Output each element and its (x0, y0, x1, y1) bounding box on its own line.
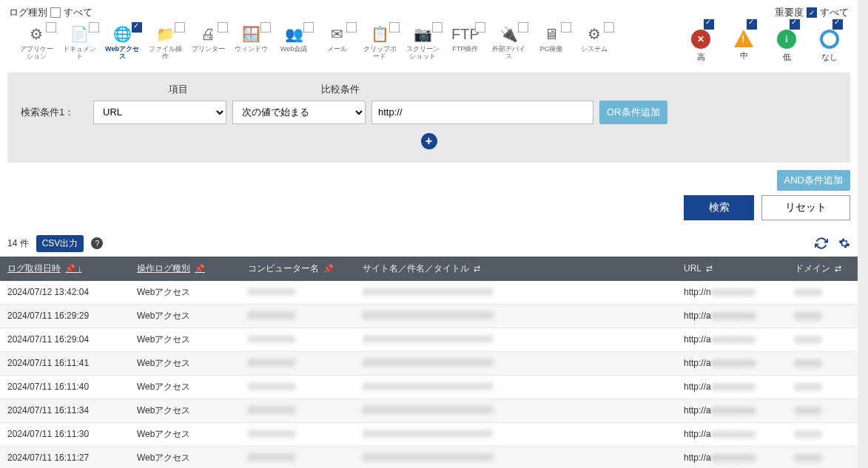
search-cond-select[interactable]: 次の値で始まる (232, 101, 366, 124)
col-kind[interactable]: 操作ログ種別📌 (129, 257, 240, 281)
severity-checkbox[interactable] (747, 19, 757, 30)
log-type-3[interactable]: 📁ファイル操作 (147, 24, 184, 61)
severity-低[interactable]: i低 (772, 22, 801, 63)
col-domain[interactable]: ドメイン⇄ (787, 257, 858, 281)
log-type-all-checkbox[interactable] (50, 7, 61, 18)
table-row[interactable]: 2024/07/11 16:11:41WebアクセスXXXXXXXXXXXXXX… (0, 351, 858, 375)
cell-title: XXXXXXXXXXXXXXXXXXXXXX (355, 446, 676, 468)
add-row-button[interactable]: + (421, 133, 437, 149)
table-row[interactable]: 2024/07/11 16:11:34WebアクセスXXXXXXXXXXXXXX… (0, 399, 858, 422)
severity-checkbox[interactable] (704, 19, 714, 30)
cell-computer: XXXXXXXX (240, 304, 355, 328)
cell-domain: xxxxxx (787, 328, 858, 351)
log-type-label: アプリケーション (18, 46, 55, 61)
cell-url: http://axxxxxxxxxx (676, 328, 787, 351)
table-row[interactable]: 2024/07/11 16:29:04WebアクセスXXXXXXXXXXXXXX… (0, 328, 858, 351)
log-type-10[interactable]: FTPFTP操作 (447, 24, 484, 61)
log-type-11[interactable]: 🔌外部デバイス (490, 24, 527, 61)
col-datetime[interactable]: ログ取得日時📌 ↓ (0, 257, 129, 281)
log-type-4[interactable]: 🖨プリンター (189, 24, 226, 61)
search-row-label: 検索条件1： (21, 106, 87, 119)
log-type-checkbox[interactable] (389, 22, 400, 33)
or-add-button[interactable]: OR条件追加 (599, 101, 667, 124)
cell-kind: Webアクセス (129, 399, 240, 422)
log-type-5[interactable]: 🪟ウィンドウ (232, 24, 269, 61)
table-row[interactable]: 2024/07/12 13:42:04WebアクセスXXXXXXXXXXXXXX… (0, 281, 858, 305)
severity-高[interactable]: ✕高 (686, 22, 716, 63)
log-type-checkbox[interactable] (346, 22, 357, 33)
log-type-label: システム (581, 46, 608, 53)
log-type-8[interactable]: 📋クリップボード (361, 24, 398, 61)
cell-computer: XXXXXXXX (240, 328, 355, 351)
col-computer[interactable]: コンピューター名📌 (240, 257, 355, 281)
table-row[interactable]: 2024/07/11 16:11:27WebアクセスXXXXXXXXXXXXXX… (0, 446, 858, 468)
pin-icon[interactable]: ⇄ (474, 264, 480, 273)
cell-domain: xxxxxx (787, 446, 858, 468)
cell-kind: Webアクセス (129, 304, 240, 328)
help-icon[interactable]: ? (91, 237, 103, 249)
and-add-button[interactable]: AND条件追加 (777, 170, 850, 191)
log-type-13[interactable]: ⚙システム (576, 24, 613, 61)
log-type-7[interactable]: ✉メール (318, 24, 355, 61)
log-type-checkbox[interactable] (46, 22, 56, 33)
col-title[interactable]: サイト名／件名／タイトル⇄ (355, 257, 676, 281)
severity-中[interactable]: !中 (729, 22, 758, 63)
cell-url: http://axxxxxxxxxx (676, 304, 787, 328)
log-type-all[interactable]: ログ種別 すべて (9, 6, 92, 19)
result-count: 14 件 (7, 237, 29, 250)
cell-kind: Webアクセス (129, 328, 240, 351)
refresh-icon[interactable] (815, 237, 828, 250)
pin-icon[interactable]: 📌 ↓ (65, 264, 82, 273)
severity-label: 中 (740, 50, 748, 61)
cell-url: http://axxxxxxxxxx (676, 351, 787, 375)
log-type-label: ウィンドウ (235, 46, 268, 53)
log-type-checkbox[interactable] (218, 22, 228, 33)
col-url[interactable]: URL⇄ (676, 257, 787, 281)
log-type-checkbox[interactable] (89, 22, 99, 33)
table-row[interactable]: 2024/07/11 16:11:30WebアクセスXXXXXXXXXXXXXX… (0, 422, 858, 446)
cell-computer: XXXXXXXX (240, 281, 355, 305)
log-type-checkbox[interactable] (303, 22, 314, 33)
log-type-0[interactable]: ⚙アプリケーション (18, 24, 55, 61)
cell-url: http://axxxxxxxxxx (676, 375, 787, 399)
cell-computer: XXXXXXXX (240, 422, 355, 446)
log-type-6[interactable]: 👥Web会議 (275, 24, 312, 61)
cell-datetime: 2024/07/12 13:42:04 (0, 281, 129, 305)
pin-icon[interactable]: 📌 (323, 264, 334, 273)
log-type-checkbox[interactable] (475, 22, 485, 33)
cell-title: XXXXXXXXXXXXXXXXXXXXXX (355, 399, 676, 422)
reset-button[interactable]: リセット (761, 195, 850, 220)
log-type-checkbox[interactable] (604, 22, 614, 33)
log-type-checkbox[interactable] (432, 22, 443, 33)
log-type-checkbox[interactable] (518, 22, 528, 33)
severity-checkbox[interactable] (790, 19, 800, 30)
severity-checkbox[interactable] (832, 19, 843, 30)
pin-icon[interactable]: ⇄ (706, 264, 713, 273)
log-type-2[interactable]: 🌐Webアクセス (104, 24, 141, 61)
table-row[interactable]: 2024/07/11 16:29:29WebアクセスXXXXXXXXXXXXXX… (0, 304, 858, 328)
log-type-12[interactable]: 🖥PC稼働 (533, 24, 570, 61)
pin-icon[interactable]: ⇄ (835, 264, 841, 273)
log-type-label: ファイル操作 (147, 46, 184, 61)
search-button[interactable]: 検索 (684, 195, 754, 220)
log-type-checkbox[interactable] (561, 22, 571, 33)
log-type-checkbox[interactable] (132, 22, 142, 33)
log-type-checkbox[interactable] (260, 22, 271, 33)
severity-all-checkbox[interactable]: ✓ (807, 7, 817, 18)
cell-domain: xxxxxx (787, 304, 858, 328)
severity-なし[interactable]: なし (815, 22, 844, 63)
search-item-select[interactable]: URL (93, 101, 226, 124)
severity-label: 低 (783, 52, 791, 63)
log-type-label: ドキュメント (61, 46, 98, 61)
search-value-input[interactable] (371, 101, 593, 124)
cell-url: http://nxxxxxxxxxx (676, 281, 787, 305)
table-row[interactable]: 2024/07/11 16:11:40WebアクセスXXXXXXXXXXXXXX… (0, 375, 858, 399)
cell-datetime: 2024/07/11 16:11:30 (0, 422, 129, 446)
log-type-1[interactable]: 📄ドキュメント (61, 24, 98, 61)
log-type-9[interactable]: 📷スクリーンショット (404, 24, 441, 61)
pin-icon[interactable]: 📌 (195, 264, 205, 273)
cell-domain: xxxxxx (787, 422, 858, 446)
log-type-checkbox[interactable] (175, 22, 185, 33)
settings-icon[interactable] (838, 237, 850, 249)
csv-export-button[interactable]: CSV出力 (36, 235, 84, 252)
